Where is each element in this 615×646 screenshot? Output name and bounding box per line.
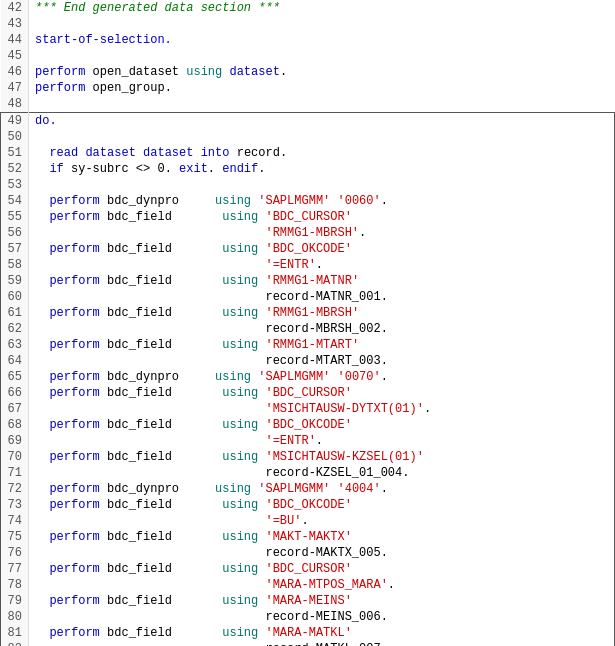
line-number: 68: [1, 417, 29, 433]
line-content: [29, 48, 615, 64]
line-content: perform bdc_dynpro using 'SAPLMGMM' '400…: [29, 481, 615, 497]
table-row: 73 perform bdc_field using 'BDC_OKCODE': [1, 497, 615, 513]
table-row: 60 record-MATNR_001.: [1, 289, 615, 305]
line-content: perform bdc_field using 'MARA-MEINS': [29, 593, 615, 609]
line-content: perform bdc_field using 'MAKT-MAKTX': [29, 529, 615, 545]
line-number: 80: [1, 609, 29, 625]
line-number: 46: [1, 64, 29, 80]
line-number: 50: [1, 129, 29, 145]
table-row: 71 record-KZSEL_01_004.: [1, 465, 615, 481]
line-number: 78: [1, 577, 29, 593]
table-row: 80 record-MEINS_006.: [1, 609, 615, 625]
line-content: perform bdc_field using 'RMMG1-MTART': [29, 337, 615, 353]
line-content: perform bdc_field using 'RMMG1-MATNR': [29, 273, 615, 289]
line-content: perform open_group.: [29, 80, 615, 96]
line-content: record-KZSEL_01_004.: [29, 465, 615, 481]
table-row: 77 perform bdc_field using 'BDC_CURSOR': [1, 561, 615, 577]
line-content: 'RMMG1-MBRSH'.: [29, 225, 615, 241]
line-number: 67: [1, 401, 29, 417]
table-row: 63 perform bdc_field using 'RMMG1-MTART': [1, 337, 615, 353]
line-content: perform bdc_field using 'BDC_OKCODE': [29, 417, 615, 433]
line-number: 62: [1, 321, 29, 337]
table-row: 62 record-MBRSH_002.: [1, 321, 615, 337]
line-number: 60: [1, 289, 29, 305]
line-number: 63: [1, 337, 29, 353]
table-row: 52 if sy-subrc <> 0. exit. endif.: [1, 161, 615, 177]
table-row: 70 perform bdc_field using 'MSICHTAUSW-K…: [1, 449, 615, 465]
line-number: 48: [1, 96, 29, 113]
table-row: 54 perform bdc_dynpro using 'SAPLMGMM' '…: [1, 193, 615, 209]
line-content: [29, 96, 615, 113]
line-content: [29, 177, 615, 193]
line-number: 54: [1, 193, 29, 209]
line-content: read dataset dataset into record.: [29, 145, 615, 161]
line-number: 74: [1, 513, 29, 529]
table-row: 53: [1, 177, 615, 193]
line-number: 76: [1, 545, 29, 561]
line-number: 59: [1, 273, 29, 289]
table-row: 44start-of-selection.: [1, 32, 615, 48]
line-number: 45: [1, 48, 29, 64]
line-content: perform bdc_dynpro using 'SAPLMGMM' '006…: [29, 193, 615, 209]
code-container: 42*** End generated data section ***43 4…: [0, 0, 615, 646]
line-content: record-MATKL_007.: [29, 641, 615, 646]
table-row: 58 '=ENTR'.: [1, 257, 615, 273]
line-content: do.: [29, 113, 615, 130]
table-row: 79 perform bdc_field using 'MARA-MEINS': [1, 593, 615, 609]
line-content: perform open_dataset using dataset.: [29, 64, 615, 80]
line-number: 79: [1, 593, 29, 609]
line-content: perform bdc_field using 'BDC_OKCODE': [29, 241, 615, 257]
table-row: 76 record-MAKTX_005.: [1, 545, 615, 561]
table-row: 50: [1, 129, 615, 145]
line-number: 65: [1, 369, 29, 385]
line-number: 64: [1, 353, 29, 369]
line-number: 53: [1, 177, 29, 193]
line-number: 81: [1, 625, 29, 641]
table-row: 45: [1, 48, 615, 64]
line-number: 72: [1, 481, 29, 497]
table-row: 59 perform bdc_field using 'RMMG1-MATNR': [1, 273, 615, 289]
line-content: record-MEINS_006.: [29, 609, 615, 625]
table-row: 69 '=ENTR'.: [1, 433, 615, 449]
line-content: record-MTART_003.: [29, 353, 615, 369]
table-row: 43: [1, 16, 615, 32]
line-number: 71: [1, 465, 29, 481]
line-content: perform bdc_field using 'BDC_OKCODE': [29, 497, 615, 513]
table-row: 66 perform bdc_field using 'BDC_CURSOR': [1, 385, 615, 401]
line-number: 73: [1, 497, 29, 513]
line-content: perform bdc_field using 'BDC_CURSOR': [29, 209, 615, 225]
line-content: perform bdc_field using 'RMMG1-MBRSH': [29, 305, 615, 321]
line-content: 'MSICHTAUSW-DYTXT(01)'.: [29, 401, 615, 417]
line-content: perform bdc_field using 'MSICHTAUSW-KZSE…: [29, 449, 615, 465]
table-row: 47perform open_group.: [1, 80, 615, 96]
table-row: 46perform open_dataset using dataset.: [1, 64, 615, 80]
table-row: 82 record-MATKL_007.: [1, 641, 615, 646]
table-row: 67 'MSICHTAUSW-DYTXT(01)'.: [1, 401, 615, 417]
line-content: record-MATNR_001.: [29, 289, 615, 305]
table-row: 48: [1, 96, 615, 113]
line-content: 'MARA-MTPOS_MARA'.: [29, 577, 615, 593]
line-number: 57: [1, 241, 29, 257]
table-row: 55 perform bdc_field using 'BDC_CURSOR': [1, 209, 615, 225]
line-content: '=BU'.: [29, 513, 615, 529]
line-content: perform bdc_field using 'BDC_CURSOR': [29, 385, 615, 401]
line-content: perform bdc_dynpro using 'SAPLMGMM' '007…: [29, 369, 615, 385]
line-number: 51: [1, 145, 29, 161]
table-row: 75 perform bdc_field using 'MAKT-MAKTX': [1, 529, 615, 545]
line-number: 77: [1, 561, 29, 577]
line-number: 49: [1, 113, 29, 130]
line-number: 69: [1, 433, 29, 449]
line-content: record-MBRSH_002.: [29, 321, 615, 337]
line-number: 44: [1, 32, 29, 48]
line-content: perform bdc_field using 'BDC_CURSOR': [29, 561, 615, 577]
table-row: 64 record-MTART_003.: [1, 353, 615, 369]
line-content: if sy-subrc <> 0. exit. endif.: [29, 161, 615, 177]
table-row: 72 perform bdc_dynpro using 'SAPLMGMM' '…: [1, 481, 615, 497]
line-number: 52: [1, 161, 29, 177]
table-row: 81 perform bdc_field using 'MARA-MATKL': [1, 625, 615, 641]
line-content: '=ENTR'.: [29, 257, 615, 273]
line-number: 75: [1, 529, 29, 545]
line-content: *** End generated data section ***: [29, 0, 615, 16]
line-content: start-of-selection.: [29, 32, 615, 48]
table-row: 49do.: [1, 113, 615, 130]
